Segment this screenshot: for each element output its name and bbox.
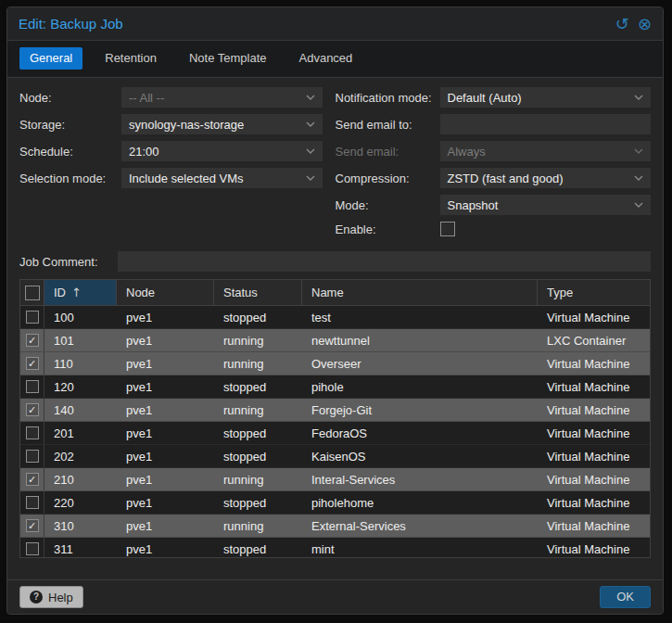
cell-status: running (214, 515, 302, 537)
cell-node: pve1 (117, 468, 214, 490)
tab-retention[interactable]: Retention (95, 47, 167, 70)
row-checkbox-cell: ✓ (20, 515, 44, 537)
row-checkbox[interactable]: ✓ (26, 519, 39, 532)
row-checkbox-cell (20, 422, 44, 444)
job-comment-input[interactable] (118, 251, 651, 272)
reset-icon[interactable]: ↺ (615, 16, 629, 32)
cell-status: running (214, 399, 302, 421)
row-checkbox[interactable] (26, 450, 39, 463)
send-email-to-label: Send email to: (336, 118, 440, 132)
column-header-status[interactable]: Status (214, 280, 302, 305)
send-email-select[interactable]: Always (440, 141, 652, 161)
notification-mode-label: Notification mode: (336, 91, 440, 105)
table-row[interactable]: 311 pve1 stopped mint Virtual Machine (20, 538, 650, 558)
cell-name: mint (302, 538, 538, 558)
question-icon: ? (30, 591, 43, 604)
row-checkbox[interactable]: ✓ (26, 473, 39, 486)
table-row[interactable]: 220 pve1 stopped piholehome Virtual Mach… (20, 491, 650, 515)
ok-button[interactable]: OK (600, 586, 651, 608)
cell-id: 210 (44, 468, 117, 490)
node-label: Node: (19, 91, 121, 105)
cell-node: pve1 (117, 538, 214, 558)
row-checkbox[interactable]: ✓ (26, 334, 39, 347)
table-row[interactable]: 201 pve1 stopped FedoraOS Virtual Machin… (20, 422, 650, 445)
cell-node: pve1 (117, 306, 214, 328)
chevron-down-icon (634, 148, 643, 154)
cell-id: 140 (44, 399, 117, 421)
chevron-down-icon (634, 175, 643, 181)
compression-value: ZSTD (fast and good) (448, 172, 564, 185)
tab-general[interactable]: General (19, 47, 82, 70)
table-row[interactable]: ✓ 140 pve1 running Forgejo-Git Virtual M… (20, 399, 650, 422)
node-select[interactable]: -- All -- (121, 87, 323, 108)
cell-name: KaisenOS (302, 445, 538, 467)
row-checkbox-cell (20, 538, 44, 558)
dialog-footer: ? Help OK (7, 579, 663, 614)
cell-name: pihole (302, 375, 538, 398)
chevron-down-icon (306, 175, 315, 181)
storage-label: Storage: (19, 118, 121, 132)
cell-id: 101 (44, 329, 117, 351)
form-left-column: Node: -- All -- Storage: synology-nas-st… (19, 87, 336, 236)
job-comment-row: Job Comment: (19, 251, 651, 272)
cell-name: test (302, 306, 538, 328)
tab-advanced[interactable]: Advanced (289, 47, 363, 70)
job-comment-label: Job Comment: (19, 255, 118, 269)
vm-selection-table: ID ↑ Node Status Name Type 100 pve1 stop… (19, 279, 651, 558)
row-checkbox[interactable] (26, 496, 39, 509)
notification-mode-select[interactable]: Default (Auto) (440, 87, 652, 108)
form-right-column: Notification mode: Default (Auto) Send e… (336, 87, 652, 236)
cell-status: stopped (214, 445, 302, 467)
cell-name: FedoraOS (302, 422, 538, 444)
table-row[interactable]: 202 pve1 stopped KaisenOS Virtual Machin… (20, 445, 650, 468)
column-header-node[interactable]: Node (117, 280, 214, 305)
storage-value: synology-nas-storage (129, 118, 244, 132)
row-checkbox-cell: ✓ (20, 468, 44, 490)
schedule-select[interactable]: 21:00 (121, 141, 323, 161)
row-checkbox-cell (20, 375, 44, 398)
table-row[interactable]: 120 pve1 stopped pihole Virtual Machine (20, 375, 650, 399)
schedule-value: 21:00 (129, 145, 159, 159)
row-checkbox[interactable] (26, 542, 39, 555)
table-row[interactable]: ✓ 310 pve1 running External-Services Vir… (20, 515, 650, 538)
mode-value: Snapshot (448, 198, 499, 212)
cell-type: Virtual Machine (538, 399, 650, 421)
tab-note-template[interactable]: Note Template (179, 47, 277, 70)
cell-status: stopped (214, 306, 302, 328)
cell-id: 110 (44, 352, 117, 375)
table-row[interactable]: ✓ 110 pve1 running Overseer Virtual Mach… (20, 352, 650, 375)
table-row[interactable]: ✓ 101 pve1 running newttunnel LXC Contai… (20, 329, 650, 352)
chevron-down-icon (306, 121, 315, 127)
row-checkbox[interactable]: ✓ (26, 357, 39, 370)
table-row[interactable]: ✓ 210 pve1 running Interal-Services Virt… (20, 468, 650, 491)
row-checkbox[interactable] (26, 426, 39, 439)
cell-node: pve1 (117, 515, 214, 537)
cell-type: Virtual Machine (538, 468, 650, 490)
enable-label: Enable: (336, 222, 440, 236)
select-all-checkbox-cell (20, 280, 44, 305)
help-button-label: Help (48, 591, 73, 604)
row-checkbox[interactable]: ✓ (26, 403, 39, 416)
send-email-to-input[interactable] (440, 114, 652, 134)
column-header-id[interactable]: ID ↑ (44, 280, 117, 305)
table-row[interactable]: 100 pve1 stopped test Virtual Machine (20, 306, 650, 329)
column-header-name[interactable]: Name (302, 280, 538, 305)
storage-select[interactable]: synology-nas-storage (121, 114, 323, 134)
cell-node: pve1 (117, 422, 214, 444)
close-icon[interactable]: ⊗ (638, 16, 652, 32)
compression-select[interactable]: ZSTD (fast and good) (440, 168, 652, 188)
tab-bar: General Retention Note Template Advanced (7, 41, 663, 78)
cell-id: 100 (44, 306, 117, 328)
select-all-checkbox[interactable] (25, 286, 40, 300)
row-checkbox[interactable] (26, 380, 39, 393)
column-header-type[interactable]: Type (538, 280, 650, 305)
row-checkbox[interactable] (26, 311, 39, 324)
help-button[interactable]: ? Help (19, 586, 83, 608)
edit-backup-job-dialog: Edit: Backup Job ↺ ⊗ General Retention N… (6, 6, 664, 615)
selection-mode-select[interactable]: Include selected VMs (121, 168, 323, 188)
window-controls: ↺ ⊗ (615, 16, 652, 32)
mode-select[interactable]: Snapshot (440, 195, 652, 215)
enable-checkbox[interactable] (440, 222, 455, 236)
cell-type: Virtual Machine (538, 352, 650, 375)
cell-name: External-Services (302, 515, 538, 537)
